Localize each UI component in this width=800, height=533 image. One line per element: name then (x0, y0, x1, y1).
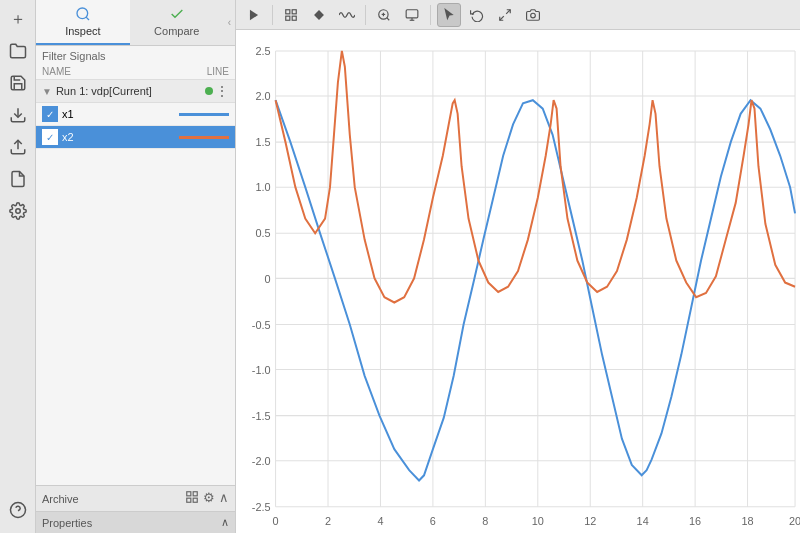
signal-name-x1: x1 (62, 108, 179, 120)
inspect-icon (75, 6, 91, 25)
svg-rect-7 (187, 492, 191, 496)
svg-text:-1.5: -1.5 (252, 410, 271, 422)
col-name-header: NAME (42, 66, 179, 77)
settings-icon[interactable] (3, 196, 33, 226)
properties-bar: Properties ∧ (36, 511, 235, 533)
compare-icon (169, 6, 185, 25)
svg-rect-13 (292, 9, 296, 13)
save-icon[interactable] (3, 68, 33, 98)
svg-text:2.0: 2.0 (256, 90, 271, 102)
svg-rect-10 (193, 498, 197, 502)
signals-panel: Inspect Compare ‹ Filter Signals NAME LI… (36, 0, 236, 533)
svg-text:4: 4 (377, 514, 383, 526)
tab-bar: Inspect Compare ‹ (36, 0, 235, 46)
archive-icons: ⚙ ∧ (185, 490, 229, 507)
svg-text:-0.5: -0.5 (252, 318, 271, 330)
run-collapse-icon[interactable]: ▼ (42, 86, 52, 97)
svg-text:2.5: 2.5 (256, 45, 271, 57)
svg-point-5 (77, 8, 88, 19)
filter-signals-label: Filter Signals (36, 46, 235, 64)
run-status-dot (205, 87, 213, 95)
tab-compare[interactable]: Compare (130, 0, 224, 45)
run-header: ▼ Run 1: vdp[Current] ⋮ (36, 80, 235, 103)
toolbar-wave-btn[interactable] (335, 3, 359, 27)
archive-grid-icon[interactable] (185, 490, 199, 507)
svg-rect-27 (236, 30, 800, 533)
download-icon[interactable] (3, 100, 33, 130)
help-icon[interactable] (3, 495, 33, 525)
archive-settings-icon[interactable]: ⚙ (203, 490, 215, 507)
svg-rect-9 (187, 498, 191, 502)
sidebar-icons: ＋ (0, 0, 36, 533)
chart-toolbar (236, 0, 800, 30)
svg-rect-16 (314, 10, 324, 20)
toolbar-undo-btn[interactable] (465, 3, 489, 27)
signal-name-x2: x2 (62, 131, 179, 143)
run-menu-icon[interactable]: ⋮ (215, 83, 229, 99)
archive-label: Archive (42, 493, 185, 505)
archive-chevron-icon[interactable]: ∧ (219, 490, 229, 507)
signal-line-x2 (179, 136, 229, 139)
svg-text:8: 8 (482, 514, 488, 526)
svg-text:14: 14 (637, 514, 649, 526)
tab-inspect-label: Inspect (65, 25, 100, 37)
svg-rect-8 (193, 492, 197, 496)
svg-text:6: 6 (430, 514, 436, 526)
svg-text:10: 10 (532, 514, 544, 526)
svg-text:20: 20 (789, 514, 800, 526)
tab-inspect[interactable]: Inspect (36, 0, 130, 45)
svg-text:1.0: 1.0 (256, 181, 271, 193)
add-icon[interactable]: ＋ (3, 4, 33, 34)
svg-line-25 (500, 16, 504, 20)
svg-text:0: 0 (273, 514, 279, 526)
document-icon[interactable] (3, 164, 33, 194)
svg-text:18: 18 (742, 514, 754, 526)
chart-container: 2.5 2.0 1.5 1.0 0.5 0 -0.5 -1.0 -1.5 -2.… (236, 0, 800, 533)
svg-text:-2.0: -2.0 (252, 455, 271, 467)
tab-compare-label: Compare (154, 25, 199, 37)
svg-line-6 (86, 17, 89, 20)
panel-spacer (36, 149, 235, 485)
svg-text:-2.5: -2.5 (252, 501, 271, 513)
toolbar-expand-btn[interactable] (493, 3, 517, 27)
toolbar-sep-3 (430, 5, 431, 25)
properties-label: Properties (42, 517, 92, 529)
toolbar-play-btn[interactable] (242, 3, 266, 27)
toolbar-grid-btn[interactable] (279, 3, 303, 27)
properties-chevron[interactable]: ∧ (221, 516, 229, 529)
toolbar-sep-1 (272, 5, 273, 25)
signal-line-x1 (179, 113, 229, 116)
signal-row-x1[interactable]: ✓ x1 (36, 103, 235, 126)
svg-text:-1.0: -1.0 (252, 363, 271, 375)
toolbar-diamond-btn[interactable] (307, 3, 331, 27)
svg-rect-15 (292, 16, 296, 20)
toolbar-cursor-btn[interactable] (437, 3, 461, 27)
archive-bar: Archive ⚙ ∧ (36, 485, 235, 511)
upload-icon[interactable] (3, 132, 33, 162)
signal-check-x1[interactable]: ✓ (42, 106, 58, 122)
svg-point-26 (531, 13, 536, 18)
svg-line-18 (387, 17, 390, 20)
svg-rect-21 (406, 9, 418, 17)
toolbar-screen-btn[interactable] (400, 3, 424, 27)
svg-text:0: 0 (265, 272, 271, 284)
chart-area[interactable]: 2.5 2.0 1.5 1.0 0.5 0 -0.5 -1.0 -1.5 -2.… (236, 30, 800, 533)
svg-marker-11 (250, 9, 258, 20)
svg-rect-12 (286, 9, 290, 13)
svg-text:1.5: 1.5 (256, 136, 271, 148)
svg-text:2: 2 (325, 514, 331, 526)
toolbar-sep-2 (365, 5, 366, 25)
panel-collapse-arrow[interactable]: ‹ (224, 0, 235, 45)
toolbar-zoom-btn[interactable] (372, 3, 396, 27)
signal-row-x2[interactable]: ✓ x2 (36, 126, 235, 149)
folder-icon[interactable] (3, 36, 33, 66)
svg-text:12: 12 (584, 514, 596, 526)
svg-rect-14 (286, 16, 290, 20)
svg-text:16: 16 (689, 514, 701, 526)
signal-check-x2[interactable]: ✓ (42, 129, 58, 145)
svg-text:0.5: 0.5 (256, 227, 271, 239)
svg-line-24 (506, 9, 510, 13)
svg-point-2 (15, 209, 20, 214)
run-label: Run 1: vdp[Current] (56, 85, 152, 97)
toolbar-camera-btn[interactable] (521, 3, 545, 27)
